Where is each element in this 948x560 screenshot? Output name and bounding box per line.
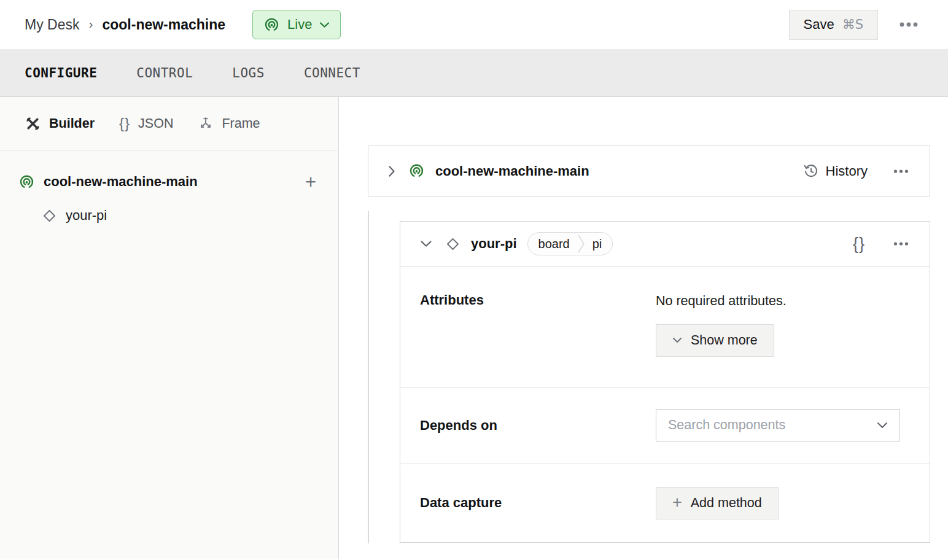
view-builder-button[interactable]: Builder [25,115,95,132]
attributes-heading: Attributes [420,292,656,387]
tree-connector-line [368,211,369,543]
depends-on-search-select[interactable]: Search components [656,409,900,441]
tree-machine-part-label: cool-new-machine-main [44,174,295,190]
machine-part-card: cool-new-machine-main History [368,146,930,196]
part-card-title: cool-new-machine-main [435,163,589,179]
search-components-placeholder: Search components [668,418,785,433]
broadcast-icon [408,163,425,179]
ellipsis-icon [893,242,909,246]
tab-connect[interactable]: CONNECT [304,66,360,80]
tree-your-pi-label: your-pi [66,208,107,224]
your-pi-card-actions: {} [850,232,911,256]
breadcrumb-separator-icon: › [88,17,93,31]
add-component-button[interactable]: + [304,173,317,192]
ellipsis-icon [893,169,909,173]
add-method-label: Add method [691,496,762,511]
component-type-badge: board pi [527,232,613,255]
diamond-icon [445,236,460,252]
view-switcher: Builder {} JSON [0,97,338,150]
badge-separator-chevron [577,232,585,255]
collapse-your-pi-button[interactable] [418,238,435,250]
badge-model-pi: pi [585,237,613,251]
chevron-right-icon [388,165,395,177]
topbar-actions: Save ⌘S [789,10,922,40]
attributes-empty-text: No required attributes. [656,294,930,309]
tab-control[interactable]: CONTROL [136,66,193,80]
braces-icon: {} [119,115,130,132]
your-pi-card-title: your-pi [471,236,517,252]
ellipsis-icon [899,22,919,27]
show-more-button[interactable]: Show more [656,324,774,357]
view-json-button[interactable]: {} JSON [119,115,173,132]
view-json-label: JSON [138,116,173,131]
config-main: cool-new-machine-main History [339,97,948,559]
badge-type-board: board [528,237,577,251]
history-label: History [826,163,868,179]
chevron-down-icon [420,240,432,247]
view-frame-label: Frame [222,116,260,131]
show-more-label: Show more [691,333,758,348]
your-pi-menu-button[interactable] [891,239,911,248]
attributes-section: Attributes No required attributes. Show … [400,267,930,387]
save-button[interactable]: Save ⌘S [789,10,879,40]
topbar: My Desk › cool-new-machine Live Save [0,0,948,49]
history-clock-icon [803,163,819,179]
expand-part-card-button[interactable] [386,163,398,180]
plus-icon: + [672,494,682,511]
depends-on-heading: Depends on [420,418,656,434]
live-badge-label: Live [287,17,312,33]
chevron-down-icon [319,21,330,28]
chevron-down-icon [672,337,682,343]
breadcrumb: My Desk › cool-new-machine [25,17,225,33]
your-pi-card-header: your-pi board pi {} [400,222,930,267]
depends-on-section: Depends on Search components [400,387,930,464]
tab-configure[interactable]: CONFIGURE [25,66,97,80]
tree-item-machine-part[interactable]: cool-new-machine-main + [18,168,317,196]
part-card-actions: History [803,163,911,179]
data-capture-heading: Data capture [420,495,656,511]
broadcast-icon [18,174,35,190]
live-status-dropdown[interactable]: Live [252,10,341,39]
braces-icon: {} [853,235,865,254]
breadcrumb-current-machine-name: cool-new-machine [102,17,225,33]
your-pi-card: your-pi board pi {} [400,221,930,543]
view-builder-label: Builder [49,116,95,131]
broadcast-icon [263,17,280,33]
raw-json-toggle-button[interactable]: {} [850,232,868,256]
save-button-label: Save [804,17,834,33]
config-sidebar: Builder {} JSON [0,97,339,559]
part-card-menu-button[interactable] [891,167,911,176]
frame-axes-icon [198,115,214,131]
chevron-down-icon [877,422,888,429]
page-body: Builder {} JSON [0,97,948,559]
save-shortcut-hint: ⌘S [842,17,863,32]
add-method-button[interactable]: + Add method [656,487,779,519]
breadcrumb-parent-link[interactable]: My Desk [25,17,79,33]
view-frame-button[interactable]: Frame [198,115,260,131]
data-capture-section: Data capture + Add method [400,464,930,543]
app-root: My Desk › cool-new-machine Live Save [0,0,948,560]
machine-tabbar: CONFIGURE CONTROL LOGS CONNECT [0,49,948,97]
component-tree: cool-new-machine-main + your-pi [0,150,338,229]
tree-item-your-pi[interactable]: your-pi [42,202,317,229]
diamond-icon [42,208,57,224]
history-button[interactable]: History [803,163,868,179]
tab-logs[interactable]: LOGS [232,66,265,80]
tools-icon [25,115,41,132]
overflow-menu-button[interactable] [896,20,921,29]
